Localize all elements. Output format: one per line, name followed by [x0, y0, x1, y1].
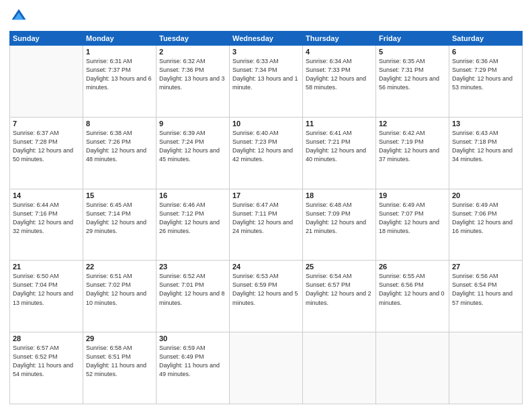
- day-detail: Sunrise: 6:49 AMSunset: 7:06 PMDaylight:…: [452, 201, 519, 236]
- table-cell: [376, 332, 449, 404]
- day-detail: Sunrise: 6:45 AMSunset: 7:14 PMDaylight:…: [86, 201, 153, 236]
- day-detail: Sunrise: 6:42 AMSunset: 7:19 PMDaylight:…: [379, 129, 446, 164]
- day-detail: Sunrise: 6:47 AMSunset: 7:11 PMDaylight:…: [232, 201, 300, 236]
- header-tuesday: Tuesday: [157, 32, 230, 46]
- header-thursday: Thursday: [303, 32, 376, 46]
- calendar-week-row: 14Sunrise: 6:44 AMSunset: 7:16 PMDayligh…: [10, 189, 523, 261]
- day-number: 14: [13, 191, 80, 199]
- day-number: 22: [86, 263, 153, 271]
- day-detail: Sunrise: 6:54 AMSunset: 6:57 PMDaylight:…: [306, 272, 373, 307]
- table-cell: 16Sunrise: 6:46 AMSunset: 7:12 PMDayligh…: [157, 189, 230, 261]
- day-number: 3: [232, 48, 300, 56]
- table-cell: 19Sunrise: 6:49 AMSunset: 7:07 PMDayligh…: [376, 189, 449, 261]
- day-detail: Sunrise: 6:40 AMSunset: 7:23 PMDaylight:…: [232, 129, 300, 164]
- day-number: 26: [379, 263, 446, 271]
- day-number: 23: [159, 263, 226, 271]
- day-detail: Sunrise: 6:36 AMSunset: 7:29 PMDaylight:…: [452, 57, 519, 92]
- table-cell: 1Sunrise: 6:31 AMSunset: 7:37 PMDaylight…: [83, 46, 157, 118]
- table-cell: 23Sunrise: 6:52 AMSunset: 7:01 PMDayligh…: [157, 261, 230, 332]
- day-detail: Sunrise: 6:59 AMSunset: 6:49 PMDaylight:…: [159, 344, 226, 379]
- day-detail: Sunrise: 6:32 AMSunset: 7:36 PMDaylight:…: [159, 57, 226, 92]
- header-saturday: Saturday: [449, 32, 523, 46]
- day-detail: Sunrise: 6:46 AMSunset: 7:12 PMDaylight:…: [159, 201, 226, 236]
- day-number: 21: [13, 263, 80, 271]
- calendar-week-row: 28Sunrise: 6:57 AMSunset: 6:52 PMDayligh…: [10, 332, 523, 404]
- table-cell: 10Sunrise: 6:40 AMSunset: 7:23 PMDayligh…: [230, 117, 303, 189]
- header-friday: Friday: [376, 32, 449, 46]
- table-cell: 18Sunrise: 6:48 AMSunset: 7:09 PMDayligh…: [303, 189, 376, 261]
- day-number: 7: [13, 120, 80, 128]
- table-cell: [449, 332, 523, 404]
- table-cell: 28Sunrise: 6:57 AMSunset: 6:52 PMDayligh…: [10, 332, 83, 404]
- table-cell: 2Sunrise: 6:32 AMSunset: 7:36 PMDaylight…: [157, 46, 230, 118]
- table-cell: 6Sunrise: 6:36 AMSunset: 7:29 PMDaylight…: [449, 46, 523, 118]
- table-cell: 22Sunrise: 6:51 AMSunset: 7:02 PMDayligh…: [83, 261, 157, 332]
- header-wednesday: Wednesday: [230, 32, 303, 46]
- day-number: 4: [306, 48, 373, 56]
- calendar-week-row: 1Sunrise: 6:31 AMSunset: 7:37 PMDaylight…: [10, 46, 523, 118]
- table-cell: 21Sunrise: 6:50 AMSunset: 7:04 PMDayligh…: [10, 261, 83, 332]
- table-cell: 4Sunrise: 6:34 AMSunset: 7:33 PMDaylight…: [303, 46, 376, 118]
- calendar-week-row: 7Sunrise: 6:37 AMSunset: 7:28 PMDaylight…: [10, 117, 523, 189]
- day-number: 19: [379, 191, 446, 199]
- day-detail: Sunrise: 6:44 AMSunset: 7:16 PMDaylight:…: [13, 201, 80, 236]
- day-number: 29: [86, 334, 153, 342]
- table-cell: 27Sunrise: 6:56 AMSunset: 6:54 PMDayligh…: [449, 261, 523, 332]
- day-detail: Sunrise: 6:57 AMSunset: 6:52 PMDaylight:…: [13, 344, 80, 379]
- table-cell: 13Sunrise: 6:43 AMSunset: 7:18 PMDayligh…: [449, 117, 523, 189]
- table-cell: 3Sunrise: 6:33 AMSunset: 7:34 PMDaylight…: [230, 46, 303, 118]
- day-detail: Sunrise: 6:51 AMSunset: 7:02 PMDaylight:…: [86, 272, 153, 307]
- day-detail: Sunrise: 6:41 AMSunset: 7:21 PMDaylight:…: [306, 129, 373, 164]
- day-number: 30: [159, 334, 226, 342]
- day-detail: Sunrise: 6:35 AMSunset: 7:31 PMDaylight:…: [379, 57, 446, 92]
- header-monday: Monday: [83, 32, 157, 46]
- day-number: 27: [452, 263, 519, 271]
- header-sunday: Sunday: [10, 32, 83, 46]
- logo-icon: [9, 7, 28, 26]
- table-cell: 26Sunrise: 6:55 AMSunset: 6:56 PMDayligh…: [376, 261, 449, 332]
- day-number: 2: [159, 48, 226, 56]
- page: Sunday Monday Tuesday Wednesday Thursday…: [0, 0, 532, 411]
- day-number: 1: [86, 48, 153, 56]
- table-cell: 11Sunrise: 6:41 AMSunset: 7:21 PMDayligh…: [303, 117, 376, 189]
- day-number: 18: [306, 191, 373, 199]
- table-cell: 7Sunrise: 6:37 AMSunset: 7:28 PMDaylight…: [10, 117, 83, 189]
- table-cell: 25Sunrise: 6:54 AMSunset: 6:57 PMDayligh…: [303, 261, 376, 332]
- day-detail: Sunrise: 6:31 AMSunset: 7:37 PMDaylight:…: [86, 57, 153, 92]
- day-detail: Sunrise: 6:33 AMSunset: 7:34 PMDaylight:…: [232, 57, 300, 92]
- calendar-week-row: 21Sunrise: 6:50 AMSunset: 7:04 PMDayligh…: [10, 261, 523, 332]
- day-detail: Sunrise: 6:48 AMSunset: 7:09 PMDaylight:…: [306, 201, 373, 236]
- day-number: 9: [159, 120, 226, 128]
- day-number: 10: [232, 120, 300, 128]
- table-cell: 29Sunrise: 6:58 AMSunset: 6:51 PMDayligh…: [83, 332, 157, 404]
- day-number: 28: [13, 334, 80, 342]
- weekday-header-row: Sunday Monday Tuesday Wednesday Thursday…: [10, 32, 523, 46]
- table-cell: [230, 332, 303, 404]
- table-cell: 14Sunrise: 6:44 AMSunset: 7:16 PMDayligh…: [10, 189, 83, 261]
- table-cell: 15Sunrise: 6:45 AMSunset: 7:14 PMDayligh…: [83, 189, 157, 261]
- table-cell: 17Sunrise: 6:47 AMSunset: 7:11 PMDayligh…: [230, 189, 303, 261]
- day-number: 5: [379, 48, 446, 56]
- day-detail: Sunrise: 6:55 AMSunset: 6:56 PMDaylight:…: [379, 272, 446, 307]
- table-cell: [303, 332, 376, 404]
- day-detail: Sunrise: 6:49 AMSunset: 7:07 PMDaylight:…: [379, 201, 446, 236]
- header: [9, 7, 523, 26]
- day-detail: Sunrise: 6:34 AMSunset: 7:33 PMDaylight:…: [306, 57, 373, 92]
- day-number: 20: [452, 191, 519, 199]
- day-detail: Sunrise: 6:37 AMSunset: 7:28 PMDaylight:…: [13, 129, 80, 164]
- day-detail: Sunrise: 6:39 AMSunset: 7:24 PMDaylight:…: [159, 129, 226, 164]
- logo: [9, 7, 31, 26]
- day-detail: Sunrise: 6:43 AMSunset: 7:18 PMDaylight:…: [452, 129, 519, 164]
- table-cell: 9Sunrise: 6:39 AMSunset: 7:24 PMDaylight…: [157, 117, 230, 189]
- day-number: 6: [452, 48, 519, 56]
- calendar-table: Sunday Monday Tuesday Wednesday Thursday…: [9, 31, 523, 404]
- table-cell: 12Sunrise: 6:42 AMSunset: 7:19 PMDayligh…: [376, 117, 449, 189]
- day-number: 16: [159, 191, 226, 199]
- day-number: 8: [86, 120, 153, 128]
- day-detail: Sunrise: 6:53 AMSunset: 6:59 PMDaylight:…: [232, 272, 300, 307]
- day-detail: Sunrise: 6:58 AMSunset: 6:51 PMDaylight:…: [86, 344, 153, 379]
- table-cell: 24Sunrise: 6:53 AMSunset: 6:59 PMDayligh…: [230, 261, 303, 332]
- day-number: 13: [452, 120, 519, 128]
- day-number: 25: [306, 263, 373, 271]
- table-cell: 8Sunrise: 6:38 AMSunset: 7:26 PMDaylight…: [83, 117, 157, 189]
